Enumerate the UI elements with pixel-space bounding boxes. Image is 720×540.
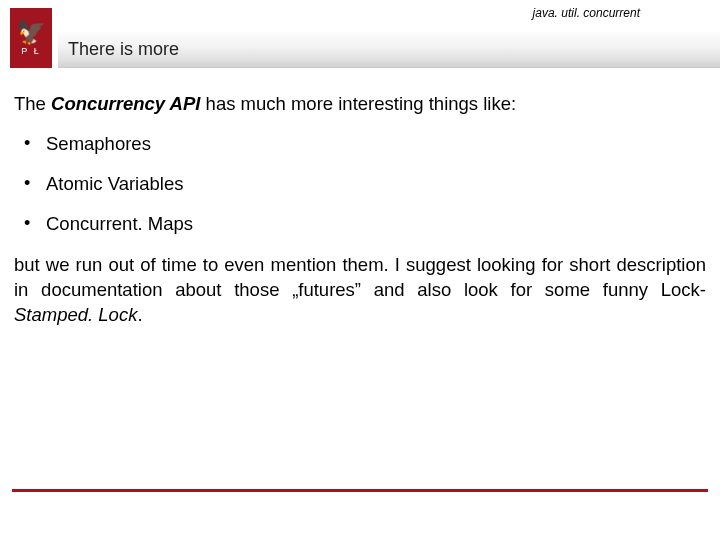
bullet-list: Semaphores Atomic Variables Concurrent. … [14,133,706,235]
list-item: Semaphores [24,133,706,155]
slide-title: There is more [68,39,179,60]
api-name: Concurrency API [51,93,200,114]
stamped-lock: Stamped. Lock [14,304,137,325]
footer-rule [12,489,708,492]
para-end: . [137,304,142,325]
list-item: Concurrent. Maps [24,213,706,235]
intro-prefix: The [14,93,51,114]
eagle-icon: 🦅 [16,20,46,44]
package-label: java. util. concurrent [533,6,640,20]
slide-header: 🦅 P Ł java. util. concurrent There is mo… [0,0,720,75]
para-main: but we run out of time to even mention t… [14,254,706,300]
intro-suffix: has much more interesting things like: [200,93,516,114]
institution-logo: 🦅 P Ł [10,8,52,68]
slide-content: The Concurrency API has much more intere… [0,75,720,328]
title-bar: There is more [58,32,720,68]
intro-line: The Concurrency API has much more intere… [14,93,706,115]
closing-paragraph: but we run out of time to even mention t… [14,253,706,328]
logo-letters: P Ł [21,46,40,56]
list-item: Atomic Variables [24,173,706,195]
